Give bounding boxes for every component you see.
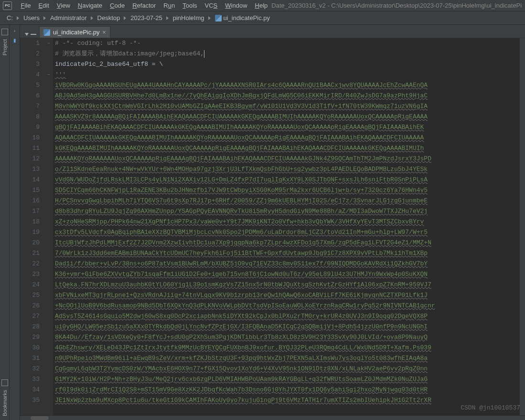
breadcrumb-item[interactable]: 2023-07-25 xyxy=(127,14,166,21)
fold-marker[interactable] xyxy=(46,112,53,122)
fold-marker[interactable] xyxy=(46,343,53,353)
breadcrumb-item[interactable]: Administrator xyxy=(46,14,91,21)
breadcrumb-item[interactable]: ui_indicatePic.py xyxy=(211,14,274,21)
code-line[interactable]: ui0yGHQ/LW05ezSb1zu5aXXx0TYRkdbQd0jLYncN… xyxy=(53,322,519,332)
code-line[interactable]: CgGqmyL6qbW3T2YymcDS0zW/YMAcbxE6HOX9n77+… xyxy=(53,364,519,374)
fold-marker[interactable] xyxy=(46,185,53,196)
fold-marker[interactable] xyxy=(46,290,53,301)
code-line[interactable]: o/Zl1SKdneEeaRnuk+4NW+wVkYUr+6Wn4MOHpa97… xyxy=(53,164,519,175)
scrollbar-thumb[interactable] xyxy=(31,416,49,420)
menu-window[interactable]: Window xyxy=(221,2,251,9)
menu-view[interactable]: View xyxy=(53,2,74,9)
code-line[interactable]: 7/0WrLk1zJ3dd6emEABmiBUNAaCkYtcUDmUC7hey… xyxy=(53,248,519,259)
menu-navigate[interactable]: Navigate xyxy=(74,2,106,9)
fold-marker[interactable] xyxy=(46,154,53,164)
menu-help[interactable]: Help xyxy=(251,2,272,9)
code-line[interactable]: # 浏览器显示，请增加data:image/jpeg;base64, xyxy=(53,49,519,59)
fold-marker[interactable] xyxy=(46,238,53,248)
scrollbar-horizontal[interactable] xyxy=(20,415,525,420)
menu-vcs[interactable]: VCS xyxy=(201,2,222,9)
code-line[interactable]: AAAAAKQYoRAAAAAAUoxQCAAAAApRigEAAAAgBQjF… xyxy=(53,154,519,164)
code-line[interactable]: ItcUBjWfzJhPdLMMjExf2Z7J2DVnm2XzwIivhtDc… xyxy=(53,238,519,248)
fold-marker[interactable] xyxy=(46,143,53,154)
breadcrumb-item[interactable]: pinHoleImg xyxy=(169,14,208,21)
fold-marker[interactable] xyxy=(46,80,53,91)
fold-marker[interactable] xyxy=(46,70,53,80)
code-line[interactable]: vVdGN/WUDoZjfdLRskLMI3LCPs4yLN1Ni2XAXiv1… xyxy=(53,175,519,185)
code-line[interactable]: +NcOOjlUoB9V6bdRusamop9NBd5DbT6XQkYnQ3dP… xyxy=(53,301,519,311)
fold-marker[interactable] xyxy=(46,101,53,112)
menu-code[interactable]: Code xyxy=(106,2,129,9)
code-line[interactable]: 8KA4Du//Efzay/1sVDXeQy0+F8fYcJ+sdU0gP2Xh… xyxy=(53,332,519,343)
code-line[interactable]: JE1NxWp2zba9uMXcp8Pct1u6u/tkeGt1G9kCAMIh… xyxy=(53,395,519,406)
fold-marker[interactable] xyxy=(46,49,53,59)
menu-run[interactable]: Run xyxy=(160,2,179,9)
code-line[interactable]: n9UPhRpeio3MWdBm96il+aEwqB9sZeV/xrm+kfZK… xyxy=(53,353,519,364)
fold-marker[interactable] xyxy=(46,59,53,70)
close-icon[interactable]: × xyxy=(103,29,106,36)
fold-marker[interactable] xyxy=(46,280,53,290)
code-line[interactable]: M8vhWWY0f9kckXXjCtnWmVGIrLhk2H10vUAMbGZI… xyxy=(53,101,519,112)
fold-marker[interactable] xyxy=(46,133,53,143)
fold-marker[interactable] xyxy=(46,164,53,175)
tabs-dropdown-icon[interactable] xyxy=(25,33,29,36)
fold-marker[interactable] xyxy=(46,385,53,395)
tabs-minimize-icon[interactable] xyxy=(31,34,36,35)
menu-file[interactable]: File xyxy=(17,2,34,9)
project-tool-icon[interactable] xyxy=(1,29,8,35)
fold-marker[interactable] xyxy=(46,395,53,406)
code-line[interactable]: ABJ0Ad5mH3gAAGGUSURBVHhe7d0LmBx1ne//7yQh… xyxy=(53,91,519,101)
code-line[interactable]: indicatePic_2_base64_utf8 = \ xyxy=(53,59,519,70)
fold-marker[interactable] xyxy=(46,269,53,280)
fold-marker[interactable] xyxy=(46,206,53,217)
bookmarks-tool-label[interactable]: Bookmarks xyxy=(2,390,8,416)
code-line[interactable]: rf0I9dk0ijZrdMrCI1Q2S8+mST15mV9Ge8XzKK2J… xyxy=(53,385,519,395)
fold-marker[interactable] xyxy=(46,322,53,332)
code-line[interactable]: kGKEQgAAAABIMUIhAAAAAKQYoRAAAAAAUoxQCAAA… xyxy=(53,143,519,154)
code-line[interactable]: 61MY2K+10iW/H2P+Nh+zBHyJ3u/MeQ2jrv6cxb6z… xyxy=(53,374,519,385)
fold-marker[interactable] xyxy=(46,259,53,269)
code-line[interactable]: H/PCSnvvgGwqLbpihMLh7iYTQ6VS7u6t9sXp7RJ1… xyxy=(53,196,519,206)
code-line[interactable]: # -*- coding: utf-8 -*- xyxy=(53,38,519,49)
code-line[interactable]: d8b83dhrgRYuLZU9JqjZq96AXHmZUnpp/YSAGpPQ… xyxy=(53,206,519,217)
code-line[interactable]: LtQeka.FN7hrXDLmzuU3auhbK0tYLO60Yjg1L39o… xyxy=(53,280,519,290)
fold-marker[interactable] xyxy=(46,91,53,101)
breadcrumb-item[interactable]: C: xyxy=(3,14,17,21)
fold-marker[interactable] xyxy=(46,332,53,343)
structure-icon[interactable]: ▮ xyxy=(10,35,20,45)
code-line[interactable]: iVBORw0KGgoAAAANSUhEUgAAA4UAAAHnCAYAAAAP… xyxy=(53,80,519,91)
fold-marker[interactable] xyxy=(46,374,53,385)
fold-marker[interactable] xyxy=(46,311,53,322)
code-line[interactable]: Dad1i/f/bber+vLvP/38ns+o6P87atVsm1BUwRLm… xyxy=(53,259,519,269)
fold-marker[interactable] xyxy=(46,196,53,206)
code-content[interactable]: # -*- coding: utf-8 -*-# 浏览器显示，请增加data:i… xyxy=(53,38,519,415)
project-tool-label[interactable]: Project xyxy=(2,39,8,55)
code-line[interactable]: AAAASKVZ9r8AAAAAgBQiFAIAAAABAihEKAQAAACD… xyxy=(53,112,519,122)
scrollbar-vertical[interactable] xyxy=(519,38,525,415)
code-line[interactable]: gBQjFAIAAAABihEKAQAAACDFCIUAAAAAkGKEQgAA… xyxy=(53,122,519,133)
breadcrumb-item[interactable]: Desktop xyxy=(94,14,124,21)
code-line[interactable]: 4GbEZhswry/XELeD43JPc1ZtIrxJtytfk9MMzUcB… xyxy=(53,343,519,353)
fold-marker[interactable] xyxy=(46,364,53,374)
fold-marker[interactable] xyxy=(46,301,53,311)
fold-marker[interactable] xyxy=(46,38,53,49)
fold-marker[interactable] xyxy=(46,227,53,238)
menu-edit[interactable]: Edit xyxy=(34,2,53,9)
fold-marker[interactable] xyxy=(46,353,53,364)
code-line[interactable]: xZ+zoNHeSRMjpp/PHPk64nw21XgPNf1cHP7Px3/v… xyxy=(53,217,519,227)
menu-refactor[interactable]: Refactor xyxy=(129,2,160,9)
fold-marker[interactable] xyxy=(46,217,53,227)
code-line[interactable]: AQAAACDFCIUAAAAAkGKEQgAAAABIMUIhAAAAAKQY… xyxy=(53,133,519,143)
code-line[interactable]: SD5CIYCqm66hCKNFWjpL1RaZENE3KBu2bJHNmzfb… xyxy=(53,185,519,196)
bookmarks-tool-icon[interactable] xyxy=(1,379,8,386)
code-editor[interactable]: 1234567891011121314151617181920212223242… xyxy=(20,38,525,415)
code-line[interactable]: ''' xyxy=(53,70,519,80)
menu-tools[interactable]: Tools xyxy=(179,2,201,9)
breadcrumb-item[interactable]: Users xyxy=(20,14,43,21)
tab-ui-indicatepic[interactable]: ui_indicatePic.py × xyxy=(39,26,110,38)
code-line[interactable]: cx3tDfv5LVdcfx0AgBqiphBA1eXXzBQTVBMiMjbc… xyxy=(53,227,519,238)
expand-right-icon[interactable]: › xyxy=(10,26,20,35)
fold-marker[interactable] xyxy=(46,248,53,259)
fold-marker[interactable] xyxy=(46,122,53,133)
code-line[interactable]: AdSvsT5Z4614sGquio5M2dwj60wS8xq0DcP2xcia… xyxy=(53,311,519,322)
